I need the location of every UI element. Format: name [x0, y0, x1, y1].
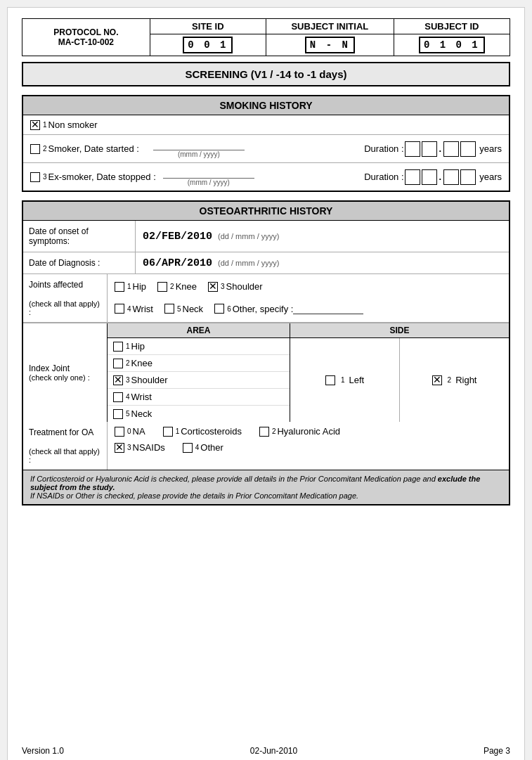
subject-id-box: 0 1 0 1 — [419, 37, 485, 53]
area-knee-row: 2 Knee — [108, 355, 290, 372]
area-hip-label: Hip — [131, 341, 145, 352]
smoking-history-title: SMOKING HISTORY — [23, 96, 509, 115]
joints-row-1: 1 Hip 2 Knee 3 Shoulder — [115, 278, 270, 295]
side-right-label: Right — [455, 375, 476, 385]
wrist-joint-item: 4 Wrist — [115, 304, 153, 314]
area-hip-checkbox[interactable] — [113, 342, 123, 352]
joints-affected-label: Joints affected (check all that apply) : — [23, 274, 108, 322]
other-joint-item: 6 Other, specify : — [214, 303, 363, 314]
neck-checkbox[interactable] — [164, 304, 174, 314]
smoking-row-2: 2 Smoker, Date started : (mmm / yyyy) Du… — [23, 135, 509, 163]
nsaids-checkbox[interactable] — [115, 443, 124, 453]
exsmoker-checkbox[interactable] — [30, 172, 40, 182]
footer-note-text: If Corticosteroid or Hyaluronic Acid is … — [30, 475, 480, 500]
protocol-value: MA-CT-10-002 — [58, 37, 114, 47]
site-id-value: 0 0 1 — [150, 34, 266, 56]
subject-initial-box: N - N — [305, 37, 355, 53]
neck-joint-item: 5 Neck — [164, 304, 203, 314]
nonsmoker-checkbox[interactable] — [30, 120, 40, 130]
exsmoker-date-format: (mmm / yyyy) — [188, 179, 230, 186]
osteo-section: OSTEOARTHRITIC HISTORY Date of onset of … — [22, 200, 510, 505]
onset-row: Date of onset of symptoms: 02/FEB/2010 (… — [23, 221, 509, 252]
other-treatment-label: Other — [200, 442, 223, 453]
onset-label: Date of onset of symptoms: — [23, 221, 136, 252]
area-wrist-label: Wrist — [131, 392, 152, 402]
protocol-label: PROTOCOL NO. — [53, 27, 118, 37]
treatment-label: Treatment for OA (check all that apply) … — [23, 422, 108, 470]
treatment-row: Treatment for OA (check all that apply) … — [23, 422, 509, 470]
corticosteroids-label: Corticosteroids — [181, 426, 242, 437]
subject-initial-header: SUBJECT INITIAL — [266, 19, 394, 34]
smoking-row-3: 3 Ex-smoker, Date stopped : (mmm / yyyy)… — [23, 163, 509, 191]
side-content-area: 1 Left 2 Right — [290, 338, 509, 422]
nonsmoker-label: Non smoker — [48, 120, 98, 130]
diagnosis-value: 06/APR/2010 — [143, 257, 212, 269]
subject-id-header: SUBJECT ID — [394, 19, 510, 34]
subject-initial-value: N - N — [266, 34, 394, 56]
other-label: Other, specify : — [233, 304, 294, 314]
header-table: PROTOCOL NO. MA-CT-10-002 SITE ID SUBJEC… — [22, 18, 510, 56]
diagnosis-format: (dd / mmm / yyyy) — [218, 259, 279, 267]
index-joint-label: Index Joint (check only one) : — [23, 323, 108, 422]
area-wrist-row: 4 Wrist — [108, 389, 290, 406]
exsmoker-duration-label: Duration : — [364, 172, 403, 182]
joints-affected-content: 1 Hip 2 Knee 3 Shoulder — [108, 274, 509, 322]
area-neck-label: Neck — [131, 408, 153, 419]
shoulder-checkbox[interactable] — [208, 282, 218, 292]
area-shoulder-checkbox[interactable] — [113, 375, 123, 385]
smoker-duration-label: Duration : — [364, 143, 403, 154]
shoulder-joint-item: 3 Shoulder — [208, 281, 263, 292]
wrist-label: Wrist — [133, 304, 153, 314]
footer-version: Version 1.0 — [22, 746, 64, 756]
knee-checkbox[interactable] — [157, 282, 167, 292]
index-joint-section: Index Joint (check only one) : AREA 1 Hi… — [23, 323, 509, 422]
footer-note: If Corticosteroid or Hyaluronic Acid is … — [23, 470, 509, 504]
area-wrist-checkbox[interactable] — [113, 392, 123, 402]
treatment-line-2: 3 NSAIDs 4 Other — [115, 442, 231, 453]
hyaluronic-checkbox[interactable] — [259, 427, 269, 437]
side-left-label: Left — [349, 375, 365, 385]
knee-joint-item: 2 Knee — [157, 281, 197, 292]
smoking-history-section: SMOKING HISTORY 1 Non smoker 2 Smoker, D… — [22, 95, 510, 192]
index-joint-area: AREA 1 Hip 2 Knee 3 Shoulder — [108, 323, 290, 422]
area-shoulder-label: Shoulder — [131, 375, 168, 385]
site-id-header: SITE ID — [150, 19, 266, 34]
other-treatment-checkbox[interactable] — [183, 443, 193, 453]
index-joint-side: SIDE 1 Left 2 — [290, 323, 509, 422]
area-knee-checkbox[interactable] — [113, 359, 123, 368]
subject-id-value: 0 1 0 1 — [394, 34, 510, 56]
side-header: SIDE — [290, 323, 509, 338]
area-neck-checkbox[interactable] — [113, 409, 123, 419]
side-left-checkbox[interactable] — [325, 375, 335, 385]
other-checkbox[interactable] — [214, 304, 224, 314]
corticosteroids-item: 1 Corticosteroids — [163, 426, 242, 437]
exsmoker-duration: Duration : . years — [364, 169, 502, 185]
footer-page: Page 3 — [484, 746, 510, 756]
nsaids-item: 3 NSAIDs — [115, 442, 165, 453]
hip-joint-item: 1 Hip — [115, 281, 146, 292]
side-right-checkbox[interactable] — [432, 375, 442, 385]
corticosteroids-checkbox[interactable] — [163, 427, 173, 437]
side-right-content: 2 Right — [425, 347, 484, 413]
na-label: NA — [133, 426, 145, 437]
wrist-checkbox[interactable] — [115, 304, 124, 314]
side-left: 1 Left — [290, 338, 400, 422]
smoker-checkbox[interactable] — [30, 144, 40, 154]
other-treatment-item: 4 Other — [183, 442, 223, 453]
onset-content: 02/FEB/2010 (dd / mmm / yyyy) — [136, 221, 509, 252]
page-footer: Version 1.0 02-Jun-2010 Page 3 — [22, 746, 510, 756]
joints-affected-row: Joints affected (check all that apply) :… — [23, 274, 509, 323]
side-right: 2 Right — [400, 338, 509, 422]
area-header: AREA — [108, 323, 290, 338]
na-item: 0 NA — [115, 426, 145, 437]
na-checkbox[interactable] — [115, 427, 124, 437]
nsaids-label: NSAIDs — [133, 442, 165, 453]
area-neck-row: 5 Neck — [108, 406, 290, 422]
diagnosis-content: 06/APR/2010 (dd / mmm / yyyy) — [136, 252, 509, 273]
hip-checkbox[interactable] — [115, 282, 124, 292]
hyaluronic-item: 2 Hyaluronic Acid — [259, 426, 340, 437]
smoker-duration: Duration : . years — [364, 141, 502, 157]
osteo-title: OSTEOARTHRITIC HISTORY — [23, 202, 509, 221]
smoking-row-1: 1 Non smoker — [23, 115, 509, 135]
index-joint-inner: Index Joint (check only one) : AREA 1 Hi… — [23, 323, 509, 422]
